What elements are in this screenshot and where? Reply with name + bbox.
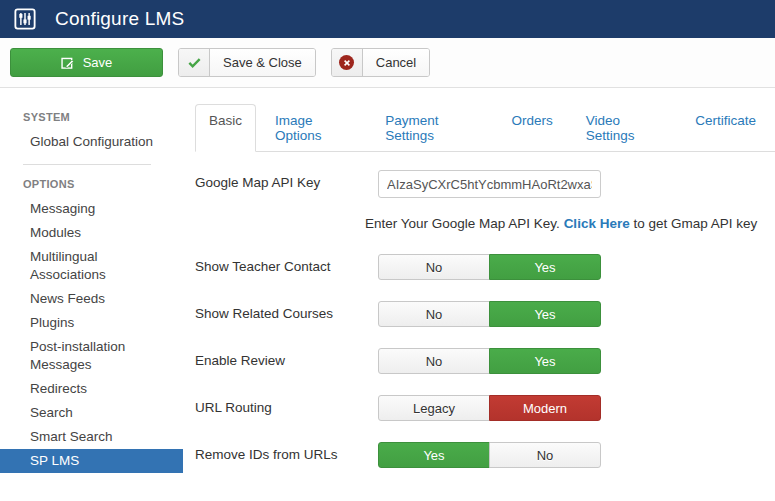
form-row-show-teacher-contact: Show Teacher Contact No Yes bbox=[195, 254, 761, 280]
form-row-url-routing: URL Routing Legacy Modern bbox=[195, 395, 761, 421]
sliders-icon bbox=[14, 8, 36, 30]
sidebar-item-messaging[interactable]: Messaging bbox=[0, 197, 183, 221]
remove-ids-from-urls-label: Remove IDs from URLs bbox=[195, 442, 378, 462]
sidebar-item-search[interactable]: Search bbox=[0, 401, 183, 425]
sidebar-item-modules[interactable]: Modules bbox=[0, 221, 183, 245]
enable-review-toggle: No Yes bbox=[378, 348, 601, 374]
checkmark-icon bbox=[179, 49, 210, 76]
remove-ids-toggle: Yes No bbox=[378, 442, 601, 468]
sidebar: SYSTEM Global Configuration OPTIONS Mess… bbox=[0, 88, 183, 501]
show-teacher-contact-no-button[interactable]: No bbox=[378, 254, 490, 280]
cancel-button-label: Cancel bbox=[363, 49, 429, 76]
show-related-courses-toggle: No Yes bbox=[378, 301, 601, 327]
enable-review-no-button[interactable]: No bbox=[378, 348, 490, 374]
api-key-note-before: Enter Your Google Map API Key. bbox=[365, 216, 564, 231]
api-key-note: Enter Your Google Map API Key. Click Her… bbox=[365, 216, 761, 231]
click-here-link[interactable]: Click Here bbox=[564, 216, 630, 231]
remove-ids-yes-button[interactable]: Yes bbox=[378, 442, 490, 468]
show-related-courses-label: Show Related Courses bbox=[195, 301, 378, 321]
tab-orders[interactable]: Orders bbox=[498, 104, 567, 152]
basic-settings-form: Google Map API Key Enter Your Google Map… bbox=[195, 170, 775, 468]
sidebar-item-plugins[interactable]: Plugins bbox=[0, 311, 183, 335]
url-routing-legacy-button[interactable]: Legacy bbox=[378, 395, 490, 421]
sidebar-heading-options: OPTIONS bbox=[23, 178, 183, 190]
url-routing-toggle: Legacy Modern bbox=[378, 395, 601, 421]
save-close-button-label: Save & Close bbox=[210, 49, 315, 76]
tab-image-options[interactable]: Image Options bbox=[261, 104, 366, 152]
tab-payment-settings[interactable]: Payment Settings bbox=[371, 104, 492, 152]
show-related-courses-yes-button[interactable]: Yes bbox=[489, 301, 601, 327]
save-button-label: Save bbox=[83, 55, 113, 70]
content: SYSTEM Global Configuration OPTIONS Mess… bbox=[0, 88, 775, 501]
remove-ids-no-button[interactable]: No bbox=[489, 442, 601, 468]
sidebar-heading-system: SYSTEM bbox=[23, 111, 183, 123]
show-teacher-contact-label: Show Teacher Contact bbox=[195, 254, 378, 274]
tab-certificate[interactable]: Certificate bbox=[681, 104, 770, 152]
sidebar-divider bbox=[23, 164, 151, 165]
cancel-circle-icon bbox=[332, 49, 363, 76]
sidebar-item-redirects[interactable]: Redirects bbox=[0, 377, 183, 401]
tab-video-settings[interactable]: Video Settings bbox=[572, 104, 676, 152]
pencil-square-icon bbox=[61, 56, 75, 70]
form-row-enable-review: Enable Review No Yes bbox=[195, 348, 761, 374]
save-button[interactable]: Save bbox=[10, 48, 163, 77]
google-map-api-key-input[interactable] bbox=[378, 170, 601, 198]
sidebar-item-news-feeds[interactable]: News Feeds bbox=[0, 287, 183, 311]
api-key-note-after: to get Gmap API key bbox=[630, 216, 758, 231]
enable-review-label: Enable Review bbox=[195, 348, 378, 368]
form-row-api-key: Google Map API Key bbox=[195, 170, 761, 198]
main-panel: Basic Image Options Payment Settings Ord… bbox=[183, 88, 775, 501]
sidebar-item-multilingual-associations[interactable]: Multilingual Associations bbox=[0, 245, 183, 287]
toolbar: Save Save & Close Cancel bbox=[0, 38, 775, 88]
form-row-show-related-courses: Show Related Courses No Yes bbox=[195, 301, 761, 327]
enable-review-yes-button[interactable]: Yes bbox=[489, 348, 601, 374]
url-routing-modern-button[interactable]: Modern bbox=[489, 395, 601, 421]
sidebar-item-sp-lms[interactable]: SP LMS bbox=[0, 449, 183, 473]
sidebar-item-smart-search[interactable]: Smart Search bbox=[0, 425, 183, 449]
show-teacher-contact-yes-button[interactable]: Yes bbox=[489, 254, 601, 280]
tab-basic[interactable]: Basic bbox=[195, 104, 256, 152]
show-related-courses-no-button[interactable]: No bbox=[378, 301, 490, 327]
show-teacher-contact-toggle: No Yes bbox=[378, 254, 601, 280]
page-title: Configure LMS bbox=[55, 8, 184, 30]
save-close-button[interactable]: Save & Close bbox=[178, 48, 316, 77]
url-routing-label: URL Routing bbox=[195, 395, 378, 415]
sidebar-item-post-installation-messages[interactable]: Post-installation Messages bbox=[0, 335, 183, 377]
sidebar-item-global-configuration[interactable]: Global Configuration bbox=[0, 130, 183, 154]
google-map-api-key-label: Google Map API Key bbox=[195, 170, 378, 190]
app-header: Configure LMS bbox=[0, 0, 775, 38]
tab-bar: Basic Image Options Payment Settings Ord… bbox=[195, 104, 775, 152]
form-row-remove-ids: Remove IDs from URLs Yes No bbox=[195, 442, 761, 468]
cancel-button[interactable]: Cancel bbox=[331, 48, 430, 77]
